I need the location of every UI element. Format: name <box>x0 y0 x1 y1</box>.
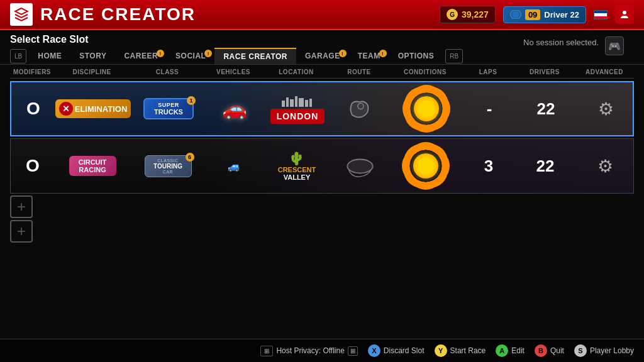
slot1-advanced[interactable]: ⚙ <box>577 82 634 135</box>
add-slot-4-icon[interactable]: + <box>10 220 33 243</box>
nav-item-home[interactable]: HOME <box>29 48 70 63</box>
social-notif: ! <box>204 50 212 57</box>
supertrucks-line2: TRUCKS <box>154 108 183 116</box>
no-session-text: No session selected. <box>523 38 599 47</box>
slot2-laps-value: 3 <box>484 156 493 176</box>
start-race-action[interactable]: Y Start Race <box>435 344 486 357</box>
main-content: MODIFIERS DISCIPLINE CLASS VEHICLES LOCA… <box>0 65 644 243</box>
supertrucks-badge: 1 SUPER TRUCKS <box>143 98 194 119</box>
profile-icon <box>615 5 634 24</box>
host-privacy-btn-icon: ⊞ <box>260 346 273 356</box>
session-icon[interactable]: 🎮 <box>605 36 624 55</box>
slot1-gear-icon[interactable]: ⚙ <box>598 99 614 119</box>
flag-icon <box>594 10 608 19</box>
touring-label: TOURING <box>153 163 182 170</box>
driver-name: Driver 22 <box>544 10 579 19</box>
nav-item-options[interactable]: OPTIONS <box>389 48 443 63</box>
add-slot-3-icon[interactable]: + <box>10 195 33 218</box>
crescent-bottom: VALLEY <box>284 173 311 181</box>
nav-item-career[interactable]: CAREER ! <box>115 48 167 63</box>
elim-x-icon: ✕ <box>59 102 73 116</box>
elim-label: ELIMINATION <box>75 104 128 114</box>
slot2-modifiers: O <box>11 139 55 193</box>
race-slot-2[interactable]: O CIRCUIT RACING 6 CLASSIC TOURING CAR <box>10 138 634 194</box>
sub-header: Select Race Slot No session selected. 🎮 … <box>0 30 644 65</box>
supertrucks-notif: 1 <box>187 96 196 105</box>
player-lobby-btn[interactable]: S <box>574 344 587 357</box>
col-conditions: CONDITIONS <box>387 69 463 75</box>
col-modifiers: MODIFIERS <box>10 69 54 75</box>
slot2-class: 6 CLASSIC TOURING CAR <box>130 139 206 193</box>
driver-badge: 09 Driver 22 <box>503 6 586 23</box>
discard-slot-btn[interactable]: X <box>368 344 380 357</box>
host-privacy-action[interactable]: ⊞ Host Privacy: Offline ⊞ <box>260 346 357 356</box>
slot2-vehicles: 🚙 <box>206 139 262 193</box>
slot2-discipline: CIRCUIT RACING <box>55 139 130 193</box>
svg-marker-1 <box>512 12 519 17</box>
edit-btn[interactable]: A <box>496 344 508 357</box>
circuit-line1: CIRCUIT <box>79 158 107 166</box>
quit-label: Quit <box>550 346 564 355</box>
slot1-route <box>332 82 389 135</box>
page-title: RACE CREATOR <box>40 4 196 25</box>
discard-slot-action[interactable]: X Discard Slot <box>368 344 425 357</box>
host-privacy-modifier: ⊞ <box>348 346 358 356</box>
credits-icon: G <box>447 9 458 20</box>
quit-btn[interactable]: B <box>535 344 547 357</box>
crescent-top: CRESCENT <box>278 166 316 173</box>
slot1-sun-icon <box>414 96 439 121</box>
career-notif: ! <box>157 50 164 57</box>
nav-item-story[interactable]: STORY <box>70 48 115 63</box>
classic-label: CLASSIC <box>157 158 178 163</box>
slot2-route <box>331 139 388 193</box>
start-race-btn[interactable]: Y <box>435 344 447 357</box>
race-slots-list: O ✕ ELIMINATION 1 SUPER TRUCKS <box>10 81 634 243</box>
quit-action[interactable]: B Quit <box>535 344 564 357</box>
slot1-drivers: 22 <box>514 82 577 135</box>
col-advanced: ADVANCED <box>576 69 633 75</box>
hud-area: G 39,227 09 Driver 22 <box>440 5 634 24</box>
slot2-route-svg <box>343 149 377 184</box>
edit-action[interactable]: A Edit <box>496 344 525 357</box>
slot2-drivers: 22 <box>514 139 577 193</box>
race-slot-3-empty[interactable]: + <box>10 195 634 218</box>
slot1-laps-value: - <box>487 99 492 119</box>
slot1-vehicles: 🚗 <box>206 82 263 135</box>
race-slot-1[interactable]: O ✕ ELIMINATION 1 SUPER TRUCKS <box>10 81 634 136</box>
nav-item-garage[interactable]: GARAGE ! <box>296 48 349 63</box>
race-slot-4-empty[interactable]: + <box>10 220 634 243</box>
slot2-conditions <box>388 139 464 193</box>
discard-slot-label: Discard Slot <box>384 346 425 355</box>
car-label: CAR <box>163 170 173 174</box>
nav-item-race-creator[interactable]: RACE CREATOR <box>214 48 296 64</box>
nav-bar: LB HOME STORY CAREER ! SOCiAL ! RACE CRE… <box>10 48 634 64</box>
nav-item-team[interactable]: TEAM ! <box>349 48 389 63</box>
col-discipline: DISCIPLINE <box>54 69 130 75</box>
slot1-laps: - <box>464 82 514 135</box>
slot1-conditions <box>389 82 464 135</box>
crescent-badge: 🌵 CRESCENT VALLEY <box>278 151 316 181</box>
slot2-advanced[interactable]: ⚙ <box>577 139 633 193</box>
col-class: CLASS <box>130 69 205 75</box>
slot1-location: LONDON <box>263 82 332 135</box>
slot2-laps: 3 <box>464 139 514 193</box>
title-icon <box>10 3 33 26</box>
slot2-gear-icon[interactable]: ⚙ <box>597 156 613 177</box>
slot2-vehicle: 🚙 <box>228 160 240 172</box>
garage-notif: ! <box>339 50 347 57</box>
slot1-drivers-value: 22 <box>537 99 555 119</box>
slot2-sun-icon <box>413 153 438 178</box>
col-vehicles: VEHICLES <box>205 69 262 75</box>
nav-item-social[interactable]: SOCiAL ! <box>167 48 214 63</box>
slot1-discipline: ✕ ELIMINATION <box>55 82 131 135</box>
svg-rect-5 <box>290 99 294 107</box>
london-skyline <box>279 94 316 107</box>
edit-label: Edit <box>511 346 525 355</box>
touring-badge: 6 CLASSIC TOURING CAR <box>145 155 192 177</box>
svg-rect-4 <box>286 97 289 107</box>
team-notif: ! <box>379 50 387 57</box>
column-headers: MODIFIERS DISCIPLINE CLASS VEHICLES LOCA… <box>10 65 634 79</box>
player-lobby-action[interactable]: S Player Lobby <box>574 344 634 357</box>
slot1-class: 1 SUPER TRUCKS <box>131 82 206 135</box>
circuit-badge: CIRCUIT RACING <box>69 156 116 176</box>
